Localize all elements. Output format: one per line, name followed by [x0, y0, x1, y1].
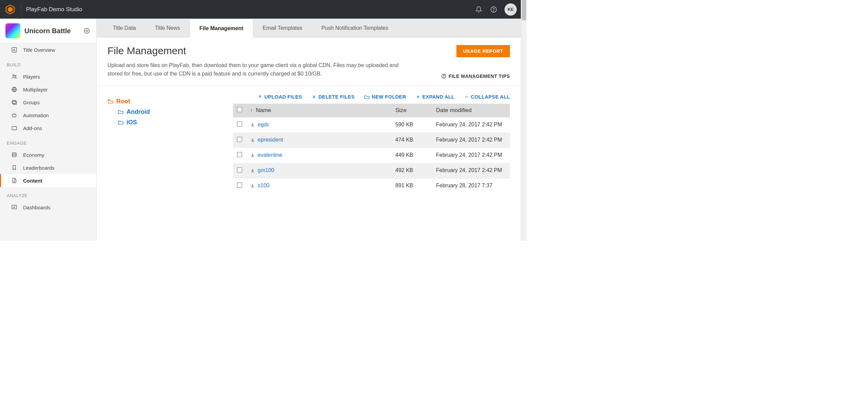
new-folder-button[interactable]: NEW FOLDER [364, 94, 406, 100]
col-size[interactable]: Size [391, 104, 432, 118]
svg-point-16 [443, 77, 444, 77]
svg-marker-1 [8, 7, 13, 12]
checkbox-icon[interactable] [237, 107, 242, 112]
file-name-label: evalentine [258, 152, 282, 158]
title-header: Unicorn Battle [0, 19, 96, 43]
tips-link-label: FILE MANAGEMENT TIPS [449, 73, 510, 79]
tab-email-templates[interactable]: Email Templates [253, 19, 312, 37]
download-icon [250, 122, 255, 127]
stack-icon [11, 151, 18, 158]
collapse-all-button[interactable]: COLLAPSE ALL [464, 94, 510, 100]
tree-item-label: Android [126, 108, 150, 115]
download-icon [250, 168, 255, 173]
col-name-label: Name [256, 107, 271, 113]
svg-rect-11 [13, 114, 16, 117]
tab-file-management[interactable]: File Management [190, 19, 253, 38]
addons-icon [11, 125, 18, 131]
file-link[interactable]: gm100 [250, 167, 274, 173]
sidebar-item-economy[interactable]: Economy [0, 148, 96, 161]
tab-title-data[interactable]: Title Data [103, 19, 145, 37]
plus-icon [416, 94, 420, 99]
page-description: Upload and store files on PlayFab, then … [107, 61, 406, 78]
title-avatar-icon [5, 23, 20, 38]
sidebar-item-addons[interactable]: Add-ons [0, 122, 96, 134]
delete-icon [312, 94, 316, 99]
folder-open-icon [107, 99, 114, 104]
page-header: File Management Upload and store files o… [97, 38, 521, 86]
svg-point-3 [493, 10, 494, 11]
sidebar-item-label: Leaderboards [23, 165, 55, 171]
table-row: gm100 492 KB February 24, 2017 2:42 PM [233, 163, 510, 178]
file-name-label: s100 [258, 183, 270, 189]
checkbox-icon[interactable] [237, 137, 242, 142]
sidebar-item-groups[interactable]: Groups [0, 96, 96, 109]
scrollbar[interactable] [521, 0, 527, 241]
sidebar-section-build: BUILD [0, 56, 96, 70]
folder-tree: Root Android iOS [107, 93, 223, 193]
sidebar-item-label: Economy [23, 152, 44, 158]
scrollbar-thumb[interactable] [522, 0, 526, 20]
checkbox-icon[interactable] [237, 122, 242, 127]
sidebar-item-label: Add-ons [23, 125, 42, 131]
file-link[interactable]: epresident [250, 137, 283, 143]
playfab-logo-icon[interactable] [4, 3, 16, 16]
table-row: egdc 590 KB February 24, 2017 2:42 PM [233, 117, 510, 132]
sort-asc-icon: ↑ [250, 108, 253, 113]
svg-point-4 [86, 30, 88, 32]
tree-item-label: iOS [126, 119, 137, 126]
groups-icon [11, 99, 18, 106]
topbar: PlayFab Demo Studio KE [0, 0, 521, 19]
tabs: Title Data Title News File Management Em… [97, 19, 521, 38]
help-circle-icon [441, 73, 447, 79]
sidebar-item-multiplayer[interactable]: Multiplayer [0, 83, 96, 96]
select-all-header[interactable] [233, 104, 246, 118]
file-link[interactable]: s100 [250, 183, 270, 189]
usage-report-button[interactable]: USAGE REPORT [456, 45, 510, 57]
file-size: 590 KB [391, 117, 432, 132]
help-icon[interactable] [488, 3, 500, 16]
user-avatar[interactable]: KE [505, 3, 517, 16]
expand-all-button[interactable]: EXPAND ALL [416, 94, 455, 100]
sidebar-item-content[interactable]: Content [0, 174, 96, 187]
checkbox-icon[interactable] [237, 183, 242, 188]
notifications-icon[interactable] [473, 3, 485, 16]
sidebar-item-label: Players [23, 74, 40, 80]
gear-icon[interactable] [83, 27, 91, 35]
file-date: February 24, 2017 2:42 PM [432, 117, 510, 132]
svg-rect-12 [12, 127, 17, 130]
studio-name[interactable]: PlayFab Demo Studio [26, 6, 82, 13]
file-link[interactable]: egdc [250, 122, 270, 128]
delete-files-button[interactable]: DELETE FILES [312, 94, 355, 100]
tree-ios[interactable]: iOS [107, 117, 223, 128]
tab-title-news[interactable]: Title News [145, 19, 190, 37]
sidebar-item-overview[interactable]: Title Overview [0, 43, 96, 56]
tree-root[interactable]: Root [107, 96, 223, 107]
tips-link[interactable]: FILE MANAGEMENT TIPS [441, 73, 510, 79]
col-name[interactable]: ↑ Name [246, 104, 391, 118]
toolbar-label: EXPAND ALL [422, 94, 455, 100]
checkbox-icon[interactable] [237, 167, 242, 172]
sidebar-item-label: Groups [23, 100, 40, 105]
sidebar-item-dashboards[interactable]: Dashboards [0, 201, 96, 214]
upload-icon [258, 94, 262, 99]
toolbar-label: UPLOAD FILES [264, 94, 302, 100]
file-date: February 28, 2017 7:37 [432, 178, 510, 193]
tab-push-templates[interactable]: Push Notification Templates [312, 19, 398, 37]
file-size: 891 KB [391, 178, 432, 193]
sidebar-item-automation[interactable]: Automation [0, 109, 96, 122]
tree-android[interactable]: Android [107, 107, 223, 117]
upload-files-button[interactable]: UPLOAD FILES [258, 94, 302, 100]
folder-icon [118, 120, 124, 125]
folder-icon [364, 94, 370, 99]
sidebar-item-label: Multiplayer [23, 87, 48, 92]
col-date[interactable]: Date modified [432, 104, 510, 118]
sidebar-item-players[interactable]: Players [0, 70, 96, 83]
main-content: Title Data Title News File Management Em… [97, 19, 521, 241]
file-link[interactable]: evalentine [250, 152, 282, 158]
folder-icon [118, 109, 124, 114]
dashboard-icon [11, 204, 18, 211]
sidebar-section-analyze: ANALYZE [0, 187, 96, 201]
svg-rect-14 [12, 205, 17, 209]
checkbox-icon[interactable] [237, 152, 242, 157]
sidebar-item-leaderboards[interactable]: Leaderboards [0, 161, 96, 174]
